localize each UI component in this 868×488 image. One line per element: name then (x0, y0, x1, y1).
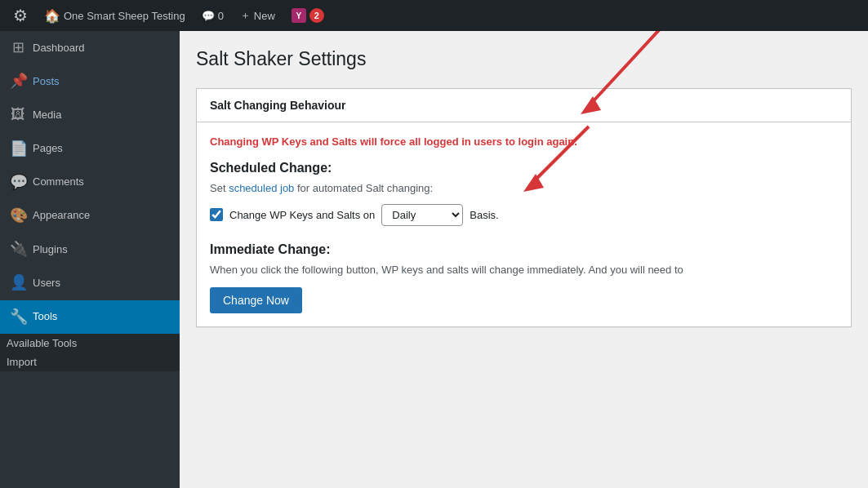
scheduled-change-section: Scheduled Change: Set scheduled job for … (210, 161, 838, 226)
comments-count: 0 (218, 10, 224, 22)
appearance-icon: 🎨 (10, 206, 26, 226)
sidebar-subitem-import[interactable]: Import (0, 353, 180, 371)
pages-icon: 📄 (10, 139, 26, 159)
plugins-icon: 🔌 (10, 239, 26, 260)
comment-icon: 💬 (202, 10, 215, 22)
sidebar-label-plugins: Plugins (33, 242, 68, 257)
sidebar-item-appearance[interactable]: 🎨 Appearance (0, 199, 180, 233)
admin-bar: ⚙ 🏠 One Smart Sheep Testing 💬 0 ＋ New Y … (0, 0, 868, 31)
sidebar-subitem-available-tools[interactable]: Available Tools (0, 334, 180, 353)
change-now-button[interactable]: Change Now (210, 287, 302, 313)
sidebar-label-media: Media (33, 108, 61, 122)
sidebar-label-dashboard: Dashboard (33, 41, 85, 55)
site-title-link[interactable]: 🏠 One Smart Sheep Testing (38, 0, 192, 31)
schedule-checkbox[interactable] (210, 208, 223, 221)
sidebar-label-tools: Tools (33, 309, 57, 324)
scheduled-job-link[interactable]: scheduled job (229, 182, 294, 194)
sidebar-item-media[interactable]: 🖼 Media (0, 98, 180, 131)
sidebar-label-pages: Pages (33, 141, 63, 156)
content-area: Salt Shaker Settings Salt Changing Behav… (180, 31, 868, 488)
desc-end: for automated Salt changing: (294, 182, 433, 194)
basis-label: Basis. (470, 209, 498, 221)
immediate-change-desc: When you click the following button, WP … (210, 264, 838, 276)
posts-icon: 📌 (10, 71, 26, 91)
sidebar-item-posts[interactable]: 📌 Posts (0, 64, 180, 98)
yoast-link[interactable]: Y 2 (285, 0, 331, 31)
yoast-badge: 2 (309, 8, 324, 23)
sidebar-item-tools[interactable]: 🔧 Tools (0, 300, 180, 334)
tools-submenu: Available Tools Import (0, 334, 180, 371)
dashboard-icon: ⊞ (10, 38, 26, 58)
scheduled-change-title: Scheduled Change: (210, 161, 838, 175)
sidebar-item-comments[interactable]: 💬 Comments (0, 166, 180, 199)
wp-logo-icon[interactable]: ⚙ (7, 6, 34, 25)
settings-card: Salt Changing Behaviour Changing WP Keys… (196, 88, 852, 327)
frequency-select[interactable]: Daily Weekly Monthly (381, 204, 463, 226)
home-icon: 🏠 (44, 8, 60, 24)
sidebar-label-posts: Posts (33, 74, 60, 89)
sidebar-label-comments: Comments (33, 175, 84, 189)
sidebar-label-appearance: Appearance (33, 208, 90, 223)
immediate-change-title: Immediate Change: (210, 242, 838, 257)
new-label: New (254, 10, 275, 22)
scheduled-change-desc: Set scheduled job for automated Salt cha… (210, 182, 838, 194)
sidebar-item-users[interactable]: 👤 Users (0, 266, 180, 299)
sidebar-item-plugins[interactable]: 🔌 Plugins (0, 233, 180, 266)
page-title: Salt Shaker Settings (196, 47, 852, 72)
media-icon: 🖼 (10, 104, 26, 125)
site-title: One Smart Sheep Testing (64, 10, 185, 22)
scheduled-change-row: Change WP Keys and Salts on Daily Weekly… (210, 204, 838, 226)
users-icon: 👤 (10, 273, 26, 293)
card-header: Salt Changing Behaviour (197, 89, 851, 122)
sidebar: ⊞ Dashboard 📌 Posts 🖼 Media 📄 Pages 💬 Co… (0, 31, 180, 488)
warning-message: Changing WP Keys and Salts will force al… (210, 135, 838, 148)
plus-icon: ＋ (240, 8, 251, 23)
sidebar-label-users: Users (33, 276, 60, 291)
tools-icon: 🔧 (10, 307, 26, 327)
main-layout: ⊞ Dashboard 📌 Posts 🖼 Media 📄 Pages 💬 Co… (0, 31, 868, 488)
desc-start: Set (210, 182, 229, 194)
sidebar-item-dashboard[interactable]: ⊞ Dashboard (0, 31, 180, 64)
immediate-change-section: Immediate Change: When you click the fol… (210, 242, 838, 313)
card-body: Changing WP Keys and Salts will force al… (197, 122, 851, 326)
new-content-link[interactable]: ＋ New (234, 0, 282, 31)
comments-nav-icon: 💬 (10, 172, 26, 193)
checkbox-label-start: Change WP Keys and Salts on (229, 209, 375, 221)
yoast-icon: Y (292, 8, 306, 23)
sidebar-item-pages[interactable]: 📄 Pages (0, 132, 180, 166)
comments-link[interactable]: 💬 0 (195, 0, 230, 31)
